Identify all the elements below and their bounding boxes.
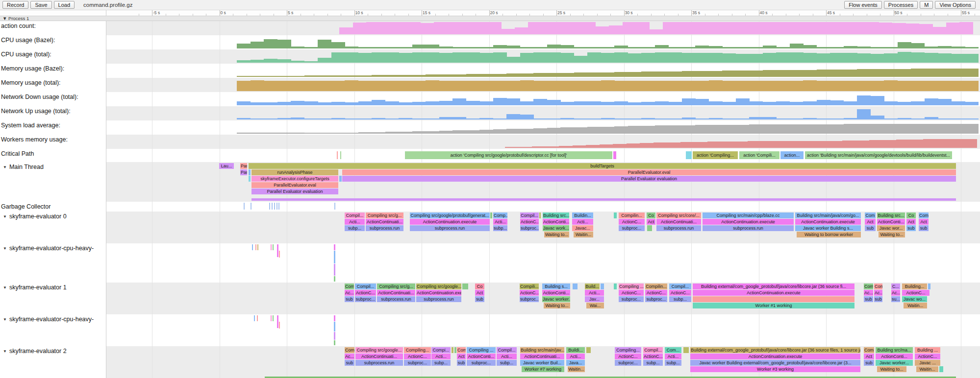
mem-bazel-bar[interactable] [439, 74, 453, 77]
mem-total-bar[interactable] [601, 80, 615, 91]
cpu-bazel-bar[interactable] [803, 45, 817, 48]
event-bar[interactable]: Acti... [493, 219, 507, 225]
net-down-bar[interactable] [911, 101, 925, 105]
net-up-bar[interactable] [237, 118, 251, 119]
net-down-bar[interactable] [452, 98, 466, 105]
action-count-bar[interactable] [434, 22, 448, 34]
net-down-bar[interactable] [372, 100, 385, 105]
event-bar[interactable]: Com [865, 213, 876, 218]
net-down-bar[interactable] [628, 102, 642, 105]
net-up-bar[interactable] [749, 117, 763, 119]
event-bar[interactable]: Act [457, 354, 466, 359]
cpu-total-bar[interactable] [587, 52, 601, 63]
mem-bazel-bar[interactable] [736, 71, 750, 77]
event-bar[interactable]: subproc... [404, 360, 431, 366]
event-bar[interactable]: ActionConti... [543, 219, 569, 225]
event-bar[interactable] [273, 244, 274, 250]
cpu-bazel-bar[interactable] [601, 47, 615, 48]
mem-total-bar[interactable] [803, 80, 817, 91]
cpu-bazel-bar[interactable] [587, 47, 601, 48]
event-bar[interactable] [279, 251, 280, 258]
cpu-bazel-bar[interactable] [560, 45, 574, 48]
workers-mem-bar[interactable] [909, 140, 923, 148]
sysload-bar[interactable] [655, 125, 669, 134]
sysload-bar[interactable] [547, 128, 561, 134]
event-bar[interactable]: sub [919, 225, 929, 231]
workers-mem-bar[interactable] [869, 140, 883, 148]
event-bar[interactable]: Compil... [669, 284, 691, 289]
track-label-cpu-total[interactable]: CPU usage (total): [1, 51, 51, 58]
mem-bazel-bar[interactable] [479, 74, 493, 77]
collapse-arrow-icon[interactable]: ▼ [3, 165, 7, 169]
event-bar[interactable]: Javac wo... [902, 296, 927, 302]
cpu-bazel-bar[interactable] [452, 47, 466, 48]
workers-mem-bar[interactable] [586, 145, 600, 148]
action-count-bar[interactable] [393, 22, 407, 34]
mem-bazel-bar[interactable] [251, 76, 264, 77]
net-up-bar[interactable] [803, 118, 817, 119]
net-up-bar[interactable] [776, 118, 790, 119]
cpu-bazel-bar[interactable] [844, 46, 857, 48]
mem-bazel-bar[interactable] [641, 71, 655, 77]
event-bar[interactable]: subproc... [615, 360, 641, 366]
cpu-bazel-bar[interactable] [277, 40, 291, 48]
mem-bazel-bar[interactable] [426, 74, 439, 77]
event-bar[interactable] [255, 244, 256, 250]
cpu-bazel-bar[interactable] [385, 47, 399, 48]
cpu-total-bar[interactable] [291, 61, 304, 63]
event-bar[interactable]: Compi... [431, 347, 451, 353]
event-bar[interactable] [278, 203, 279, 210]
net-down-bar[interactable] [709, 101, 723, 105]
event-bar[interactable]: buildTargets [249, 163, 956, 169]
event-bar[interactable]: Acti... [572, 219, 593, 225]
mem-total-bar[interactable] [695, 81, 709, 91]
mem-total-bar[interactable] [372, 81, 385, 91]
net-up-bar[interactable] [857, 109, 871, 119]
mem-bazel-bar[interactable] [466, 74, 480, 77]
net-down-bar[interactable] [749, 101, 763, 105]
event-bar[interactable]: Compili... [520, 284, 539, 289]
event-bar[interactable]: ActionContinuation.execute [410, 219, 490, 225]
event-bar[interactable]: Compiling src/core/... [656, 213, 701, 218]
event-bar[interactable]: ActionConti... [877, 219, 905, 225]
sysload-bar[interactable] [736, 125, 750, 134]
event-bar[interactable]: Compil... [345, 213, 365, 218]
track-label-mem-bazel[interactable]: Memory usage (Bazel): [1, 65, 64, 72]
mem-bazel-bar[interactable] [345, 75, 358, 77]
workers-mem-bar[interactable] [882, 140, 896, 148]
mem-bazel-bar[interactable] [911, 69, 925, 77]
action-count-bar[interactable] [946, 23, 960, 34]
event-bar[interactable] [271, 315, 272, 321]
action-count-bar[interactable] [501, 29, 515, 34]
event-bar[interactable]: action 'Compiling... [693, 151, 738, 159]
mem-total-bar[interactable] [506, 81, 520, 91]
track-label-sf1[interactable]: ▼skyframe-evaluator 1 [3, 284, 67, 291]
load-button[interactable]: Load [54, 1, 75, 9]
net-down-bar[interactable] [952, 101, 965, 105]
sysload-bar[interactable] [560, 127, 574, 134]
event-bar[interactable] [334, 276, 335, 282]
sysload-bar[interactable] [331, 133, 345, 134]
workers-mem-bar[interactable] [802, 141, 815, 148]
action-count-bar[interactable] [461, 22, 475, 34]
mem-bazel-bar[interactable] [277, 76, 291, 77]
net-up-bar[interactable] [655, 118, 669, 119]
record-button[interactable]: Record [2, 1, 28, 9]
net-up-bar[interactable] [426, 118, 439, 119]
event-bar[interactable] [277, 315, 278, 328]
cpu-bazel-bar[interactable] [763, 46, 777, 48]
event-bar[interactable]: subp... [643, 360, 663, 366]
mem-bazel-bar[interactable] [803, 70, 817, 77]
action-count-bar[interactable] [892, 23, 906, 34]
workers-mem-bar[interactable] [855, 141, 869, 148]
event-bar[interactable]: action 'Compili... [739, 151, 779, 159]
mem-bazel-bar[interactable] [304, 75, 318, 77]
action-count-bar[interactable] [569, 22, 582, 34]
cpu-total-bar[interactable] [412, 52, 426, 63]
event-bar[interactable] [586, 347, 591, 353]
event-bar[interactable]: Waiting to borrow worker [797, 232, 861, 237]
sysload-bar[interactable] [574, 127, 588, 134]
action-count-bar[interactable] [959, 22, 973, 34]
workers-mem-bar[interactable] [734, 142, 748, 148]
event-bar[interactable]: Lau... [219, 163, 234, 169]
